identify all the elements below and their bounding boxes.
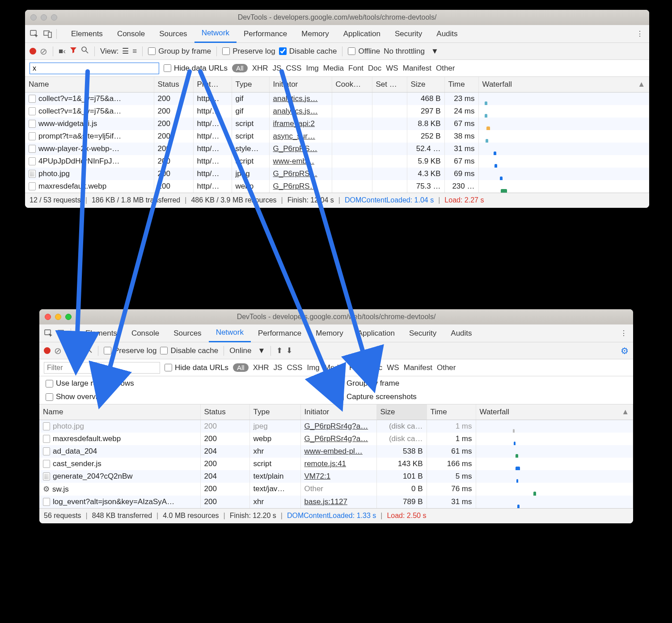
filter-media[interactable]: Media xyxy=(324,363,345,372)
col-set-cookies[interactable]: Set … xyxy=(372,77,407,92)
traffic-minimize-icon[interactable] xyxy=(41,14,47,21)
tab-sources[interactable]: Sources xyxy=(166,324,208,342)
col-name[interactable]: Name xyxy=(39,404,200,420)
hide-data-urls-checkbox[interactable]: Hide data URLs xyxy=(164,64,228,73)
more-menu-icon[interactable]: ⋮ xyxy=(617,327,630,340)
col-time[interactable]: Time xyxy=(444,77,478,92)
view-small-icon[interactable]: ≡ xyxy=(132,47,137,56)
tab-performance[interactable]: Performance xyxy=(237,25,294,43)
filter-js[interactable]: JS xyxy=(273,64,282,73)
camera-icon[interactable]: ■‹ xyxy=(59,47,66,56)
table-row[interactable]: collect?v=1&_v=j75&a…200http/…gifanalyti… xyxy=(25,105,649,118)
filter-all-pill[interactable]: All xyxy=(233,363,249,372)
filter-font[interactable]: Font xyxy=(348,64,363,73)
tab-network[interactable]: Network xyxy=(209,324,251,342)
col-cookies[interactable]: Cook… xyxy=(332,77,372,92)
throttling-select[interactable]: Online ▼ xyxy=(229,346,265,355)
preserve-log-checkbox[interactable]: Preserve log xyxy=(104,346,156,355)
inspect-icon[interactable] xyxy=(42,327,55,340)
table-row[interactable]: www-widgetapi.js200http/…scriptiframe_ap… xyxy=(25,118,649,130)
col-type[interactable]: Type xyxy=(249,404,300,420)
filter-xhr[interactable]: XHR xyxy=(253,363,269,372)
tab-memory[interactable]: Memory xyxy=(309,324,350,342)
tab-elements[interactable]: Elements xyxy=(78,324,124,342)
filter-font[interactable]: Font xyxy=(349,363,364,372)
filter-img[interactable]: Img xyxy=(306,64,318,73)
more-menu-icon[interactable]: ⋮ xyxy=(633,28,647,40)
table-row[interactable]: maxresdefault.webp200http/…webpG_P6rpRS…… xyxy=(25,180,649,193)
traffic-close-icon[interactable] xyxy=(45,314,51,320)
tab-memory[interactable]: Memory xyxy=(294,25,336,43)
col-type[interactable]: Type xyxy=(232,77,269,92)
table-row[interactable]: cast_sender.js200scriptremote.js:41143 K… xyxy=(39,458,633,470)
table-row[interactable]: generate_204?cQ2nBw204text/plainVM72:110… xyxy=(39,470,633,483)
tab-application[interactable]: Application xyxy=(351,324,402,342)
tab-audits[interactable]: Audits xyxy=(444,324,479,342)
record-button[interactable] xyxy=(30,48,36,55)
col-waterfall[interactable]: Waterfall▲ xyxy=(478,77,649,92)
tab-network[interactable]: Network xyxy=(194,25,237,43)
clear-icon[interactable]: ⊘ xyxy=(54,345,62,356)
filter-icon[interactable] xyxy=(69,46,77,56)
filter-all-pill[interactable]: All xyxy=(232,64,248,72)
col-size[interactable]: Size xyxy=(407,77,444,92)
col-protocol[interactable]: Prot… xyxy=(193,77,232,92)
filter-media[interactable]: Media xyxy=(323,64,344,73)
traffic-zoom-icon[interactable] xyxy=(51,14,57,21)
col-status[interactable]: Status xyxy=(200,404,249,420)
download-icon[interactable]: ⬇ xyxy=(286,346,292,355)
filter-ws[interactable]: WS xyxy=(387,363,399,372)
large-rows-checkbox[interactable]: Use large request rows xyxy=(46,379,336,388)
device-toggle-icon[interactable] xyxy=(55,327,69,340)
filter-manifest[interactable]: Manifest xyxy=(404,363,432,372)
tab-elements[interactable]: Elements xyxy=(64,25,110,43)
col-waterfall[interactable]: Waterfall▲ xyxy=(476,404,633,420)
filter-css[interactable]: CSS xyxy=(287,363,302,372)
table-row[interactable]: www-player-2x-webp-…200http/…style…G_P6r… xyxy=(25,143,649,155)
filter-doc[interactable]: Doc xyxy=(368,64,381,73)
group-by-frame-checkbox[interactable]: Group by frame xyxy=(336,379,627,388)
clear-icon[interactable]: ⊘ xyxy=(40,46,47,57)
col-initiator[interactable]: Initiator xyxy=(300,404,376,420)
filter-other[interactable]: Other xyxy=(437,363,456,372)
tab-audits[interactable]: Audits xyxy=(429,25,465,43)
inspect-icon[interactable] xyxy=(28,28,41,40)
table-row[interactable]: log_event?alt=json&key=AIzaSyA…200xhrbas… xyxy=(39,496,633,508)
table-row[interactable]: prompt?t=a&site=ylj5if…200http/…scriptas… xyxy=(25,130,649,143)
filter-icon[interactable] xyxy=(73,345,81,356)
filter-css[interactable]: CSS xyxy=(286,64,301,73)
tab-security[interactable]: Security xyxy=(388,25,429,43)
tab-console[interactable]: Console xyxy=(110,25,152,43)
tab-performance[interactable]: Performance xyxy=(251,324,309,342)
search-icon[interactable] xyxy=(81,46,89,56)
tab-sources[interactable]: Sources xyxy=(152,25,194,43)
tab-application[interactable]: Application xyxy=(336,25,388,43)
traffic-close-icon[interactable] xyxy=(30,14,37,21)
filter-other[interactable]: Other xyxy=(436,64,455,73)
upload-icon[interactable]: ⬆ xyxy=(276,346,283,355)
record-button[interactable] xyxy=(44,347,51,354)
traffic-minimize-icon[interactable] xyxy=(55,314,61,320)
filter-input[interactable] xyxy=(44,362,160,374)
col-name[interactable]: Name xyxy=(25,77,154,92)
col-size[interactable]: Size xyxy=(376,404,427,420)
group-by-frame-checkbox[interactable]: Group by frame xyxy=(148,47,211,56)
disable-cache-checkbox[interactable]: Disable cache xyxy=(160,346,218,355)
table-row[interactable]: ⚙sw.js200text/jav…Other0 B76 ms xyxy=(39,483,633,496)
filter-manifest[interactable]: Manifest xyxy=(403,64,431,73)
col-status[interactable]: Status xyxy=(154,77,193,92)
table-row[interactable]: collect?v=1&_v=j75&a…200http/…gifanalyti… xyxy=(25,92,649,105)
table-row[interactable]: ad_data_204204xhrwww-embed-pl…538 B61 ms xyxy=(39,445,633,458)
filter-xhr[interactable]: XHR xyxy=(252,64,268,73)
hide-data-urls-checkbox[interactable]: Hide data URLs xyxy=(165,363,228,372)
table-row[interactable]: photo.jpg200jpegG_P6rpRSr4g?a…(disk ca…1… xyxy=(39,420,633,433)
col-initiator[interactable]: Initiator xyxy=(269,77,332,92)
throttling-select[interactable]: No throttling ▼ xyxy=(384,47,439,56)
filter-doc[interactable]: Doc xyxy=(369,363,382,372)
search-icon[interactable] xyxy=(85,345,93,356)
device-toggle-icon[interactable] xyxy=(41,28,55,40)
offline-checkbox[interactable]: Offline xyxy=(348,47,380,56)
filter-js[interactable]: JS xyxy=(274,363,283,372)
preserve-log-checkbox[interactable]: Preserve log xyxy=(222,47,275,56)
col-time[interactable]: Time xyxy=(427,404,476,420)
